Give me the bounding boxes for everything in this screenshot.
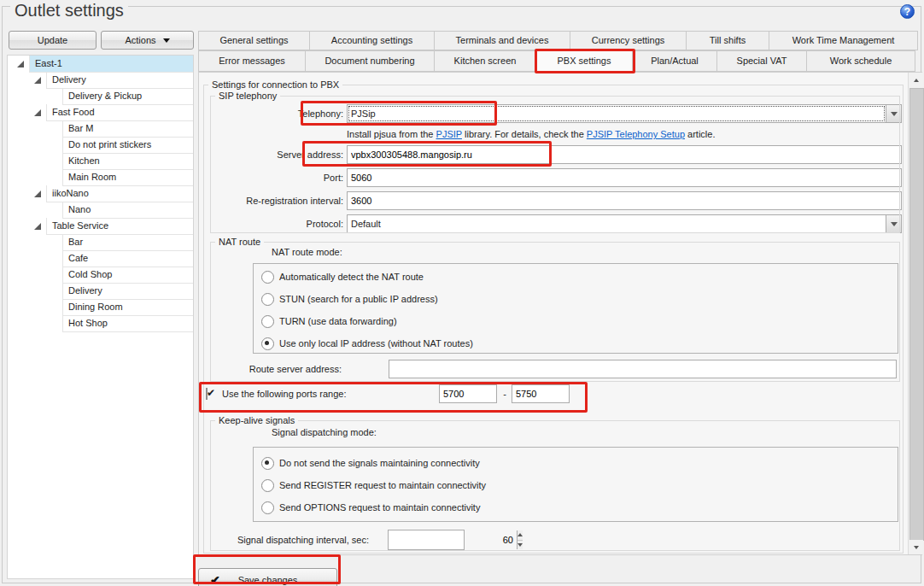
actions-button[interactable]: Actions <box>101 31 194 50</box>
tree-item-dining-room[interactable]: Dining Room <box>8 299 193 315</box>
tree-item-do-not-print-stickers[interactable]: Do not print stickers <box>8 137 193 153</box>
scrollbar-thumb[interactable] <box>909 88 924 541</box>
tab-pbx-settings[interactable]: PBX settings <box>535 49 633 73</box>
expand-icon[interactable] <box>34 223 41 230</box>
tab-till-shifts[interactable]: Till shifts <box>686 31 769 50</box>
nat-route-group-title: NAT route <box>215 237 264 248</box>
tree-item-cold-shop[interactable]: Cold Shop <box>8 267 193 283</box>
chevron-down-icon <box>163 38 170 43</box>
scroll-down-button[interactable] <box>909 540 923 554</box>
tab-kitchen-screen[interactable]: Kitchen screen <box>434 50 536 72</box>
tree-item-table-service[interactable]: Table Service <box>8 218 193 234</box>
tree-item-bar[interactable]: Bar <box>8 234 193 250</box>
tab-work-schedule[interactable]: Work schedule <box>806 50 915 72</box>
tab-terminals-and-devices[interactable]: Terminals and devices <box>434 31 570 50</box>
expand-icon[interactable] <box>34 109 41 116</box>
tree-item-delivery-2[interactable]: Delivery <box>8 283 193 299</box>
tree-item-fast-food[interactable]: Fast Food <box>8 104 193 120</box>
scroll-up-button[interactable] <box>909 73 923 87</box>
tab-accounting-settings[interactable]: Accounting settings <box>309 31 435 50</box>
tab-plan-actual[interactable]: Plan/Actual <box>632 50 717 72</box>
expand-icon[interactable] <box>34 77 41 84</box>
tree-item-nano[interactable]: Nano <box>8 202 193 218</box>
tree-item-hot-shop[interactable]: Hot Shop <box>8 315 193 331</box>
tab-work-time-management[interactable]: Work Time Management <box>769 31 918 50</box>
tree-item-cafe[interactable]: Cafe <box>8 250 193 267</box>
keepalive-group <box>210 420 900 551</box>
tab-general-settings[interactable]: General settings <box>198 31 310 50</box>
tab-row-2: Error messages Document numbering Kitche… <box>198 50 915 72</box>
actions-button-label: Actions <box>125 32 155 49</box>
content-scrollbar[interactable] <box>908 73 922 554</box>
tab-special-vat[interactable]: Special VAT <box>716 50 807 72</box>
keepalive-group-title: Keep-alive signals <box>215 415 298 426</box>
connection-settings-group-title: Settings for connection to PBX <box>208 79 342 91</box>
tree-item-kitchen[interactable]: Kitchen <box>8 153 193 169</box>
expand-icon[interactable] <box>17 61 24 67</box>
tree-item-delivery-pickup[interactable]: Delivery & Pickup <box>8 88 193 104</box>
save-changes-button[interactable]: ✔ Save changes <box>198 568 337 586</box>
chevron-down-icon <box>914 546 919 549</box>
tab-error-messages[interactable]: Error messages <box>198 50 306 72</box>
tree-item-bar-m[interactable]: Bar M <box>8 120 193 137</box>
tab-row-1: General settings Accounting settings Ter… <box>198 31 918 50</box>
tab-document-numbering[interactable]: Document numbering <box>305 50 435 72</box>
sip-telephony-group-title: SIP telephony <box>215 91 280 102</box>
tree-item-delivery[interactable]: Delivery <box>8 72 193 88</box>
outlet-tree: East-1 Delivery Delivery & Pickup Fast F… <box>7 55 194 579</box>
save-changes-label: Save changes <box>238 575 298 585</box>
chevron-up-icon <box>914 79 919 82</box>
help-icon[interactable]: ? <box>900 4 915 19</box>
update-button[interactable]: Update <box>9 31 96 50</box>
outlet-settings-window: Outlet settings ? Update Actions East-1 … <box>0 0 924 586</box>
tab-currency-settings[interactable]: Currency settings <box>570 31 687 50</box>
expand-icon[interactable] <box>34 190 41 197</box>
tree-item-east-1[interactable]: East-1 <box>8 56 193 72</box>
sip-telephony-group <box>210 96 900 233</box>
page-title: Outlet settings <box>10 1 128 21</box>
nat-route-group <box>210 242 900 382</box>
tree-item-iikonano[interactable]: iikoNano <box>8 185 193 202</box>
check-icon: ✔ <box>210 569 220 586</box>
tree-item-main-room[interactable]: Main Room <box>8 169 193 185</box>
